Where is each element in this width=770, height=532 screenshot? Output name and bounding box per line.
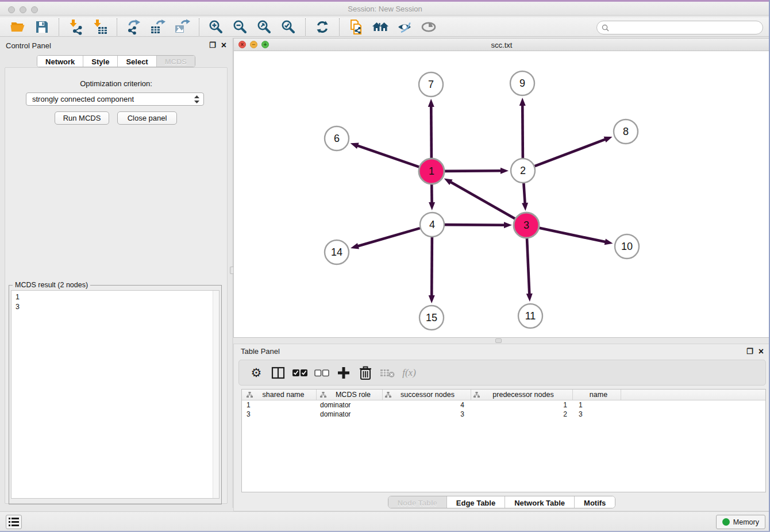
graph-edge[interactable]: [450, 182, 515, 219]
toolbar-separator: [59, 18, 59, 36]
close-panel-icon[interactable]: ×: [221, 41, 226, 49]
graph-node-label: 14: [331, 246, 342, 258]
export-image-icon[interactable]: [174, 18, 191, 36]
graph-edge-arrowhead: [605, 239, 613, 245]
graph-edge[interactable]: [535, 139, 606, 166]
run-mcds-button[interactable]: Run MCDS: [55, 111, 109, 125]
graph-edge-arrowhead: [526, 294, 533, 302]
graph-edge[interactable]: [445, 225, 505, 225]
add-column-icon[interactable]: [334, 364, 353, 382]
graph-edge[interactable]: [431, 106, 432, 159]
graph-node-label: 6: [334, 133, 340, 144]
select-all-columns-icon[interactable]: [291, 364, 309, 382]
graph-edge[interactable]: [432, 237, 432, 296]
table-cell: 3: [383, 410, 471, 419]
function-builder-icon[interactable]: f(x): [400, 364, 418, 382]
zoom-selected-icon[interactable]: [280, 18, 297, 36]
task-history-button[interactable]: [6, 515, 22, 529]
graph-edge[interactable]: [357, 228, 420, 246]
graph-edge[interactable]: [522, 105, 523, 158]
memory-status-icon: [722, 518, 730, 526]
network-window-title: scc.txt: [234, 41, 769, 49]
search-field[interactable]: [596, 21, 763, 34]
criterion-dropdown[interactable]: strongly connected component: [26, 92, 204, 106]
result-scrollbar[interactable]: [213, 291, 219, 498]
toolbar-separator: [117, 18, 117, 36]
mcds-result-title: MCDS result (2 nodes): [13, 281, 90, 289]
table-tabs: Node Table Edge Table Network Table Moti…: [234, 496, 769, 508]
tab-network[interactable]: Network: [37, 56, 83, 67]
home-networks-icon[interactable]: [372, 18, 389, 36]
table-row[interactable]: 3dominator323: [242, 410, 765, 419]
graph-edge[interactable]: [527, 238, 529, 295]
delete-table-icon[interactable]: [378, 364, 396, 382]
network-view-window: × − + scc.txt 7968124314101511: [233, 38, 770, 338]
network-canvas[interactable]: 7968124314101511: [234, 51, 769, 337]
search-input[interactable]: [612, 24, 758, 32]
unselect-all-columns-icon[interactable]: [313, 364, 331, 382]
dropdown-stepper-icon: [194, 95, 200, 104]
toolbar-separator: [339, 18, 340, 36]
graph-node-label: 15: [426, 312, 437, 323]
graph-edge-arrowhead: [519, 98, 526, 106]
toolbar-separator: [305, 18, 306, 36]
zoom-out-icon[interactable]: [232, 18, 249, 36]
import-network-icon[interactable]: [67, 18, 84, 36]
column-header-name[interactable]: name: [573, 390, 621, 400]
column-header-predecessor-nodes[interactable]: predecessor nodes: [471, 390, 573, 400]
tab-motifs[interactable]: Motifs: [574, 496, 615, 508]
import-table-icon[interactable]: [91, 18, 109, 36]
hide-graphics-details-icon[interactable]: [396, 18, 413, 36]
float-panel-icon[interactable]: ❐: [209, 41, 216, 49]
column-header-successor-nodes[interactable]: successor nodes: [383, 390, 471, 400]
tab-node-table[interactable]: Node Table: [388, 496, 446, 508]
tab-edge-table[interactable]: Edge Table: [446, 496, 505, 508]
export-table-icon[interactable]: [149, 18, 167, 36]
close-panel-button[interactable]: Close panel: [117, 111, 177, 125]
horizontal-splitter[interactable]: [233, 338, 770, 344]
column-header-shared-name[interactable]: shared name: [242, 390, 317, 400]
refresh-icon[interactable]: [314, 18, 331, 36]
delete-column-icon[interactable]: [356, 364, 375, 382]
tab-select[interactable]: Select: [117, 56, 156, 67]
memory-button[interactable]: Memory: [716, 515, 765, 529]
open-session-icon[interactable]: [9, 18, 26, 36]
close-panel-icon[interactable]: ×: [759, 347, 764, 356]
graph-edge[interactable]: [444, 171, 502, 171]
float-panel-icon[interactable]: ❐: [746, 347, 753, 356]
graph-edge[interactable]: [357, 145, 419, 167]
table-cell: 1: [573, 400, 621, 410]
tree-icon: [247, 392, 253, 398]
tab-network-table[interactable]: Network Table: [505, 496, 574, 508]
tab-style[interactable]: Style: [83, 56, 117, 67]
criterion-value: strongly connected component: [32, 95, 194, 103]
graph-edge[interactable]: [523, 183, 525, 204]
table-panel-header: Table Panel ❐ ×: [234, 344, 769, 359]
mcds-result-text[interactable]: 1 3: [11, 290, 220, 499]
splitter-grip[interactable]: [495, 338, 502, 343]
network-document-icon[interactable]: [348, 18, 365, 36]
table-header-row: shared name MCDS role successor nodes pr…: [242, 390, 765, 400]
table-toolbar: ⚙ f(x): [238, 360, 766, 385]
table-settings-gear-icon[interactable]: ⚙: [247, 364, 265, 382]
tab-mcds[interactable]: MCDS: [156, 56, 195, 67]
graph-edge-arrowhead: [429, 295, 435, 303]
save-session-icon[interactable]: [33, 18, 51, 36]
column-header-mcds-role[interactable]: MCDS role: [317, 390, 383, 400]
eye-icon[interactable]: [420, 18, 437, 36]
control-panel: Control Panel ❐ × Network Style Select M…: [0, 38, 232, 508]
control-panel-title: Control Panel: [6, 41, 51, 50]
table-cell: 2: [471, 410, 573, 419]
main-toolbar: [0, 17, 770, 37]
toolbar-separator: [199, 18, 199, 36]
graph-node-label: 7: [428, 79, 434, 90]
export-network-icon[interactable]: [125, 18, 143, 36]
show-columns-icon[interactable]: [269, 364, 287, 382]
zoom-fit-icon[interactable]: [256, 18, 273, 36]
table-row[interactable]: 1dominator411: [242, 400, 765, 410]
network-window-titlebar[interactable]: × − + scc.txt: [234, 38, 769, 51]
graph-edge[interactable]: [539, 228, 606, 242]
table-cell-filler: [621, 400, 765, 410]
graph-node-label: 3: [523, 219, 529, 231]
zoom-in-icon[interactable]: [207, 18, 225, 36]
